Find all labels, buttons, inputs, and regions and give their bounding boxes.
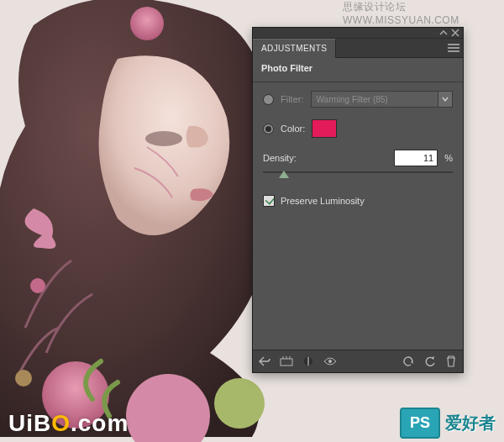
clip-to-layer-button[interactable] [302, 355, 315, 368]
panel-titlebar[interactable] [253, 28, 463, 39]
filter-row: Filter: Warming Filter (85) [263, 91, 453, 108]
density-row: Density: % [263, 150, 453, 166]
panel-tabbar: ADJUSTMENTS [253, 39, 463, 58]
svg-point-9 [328, 360, 332, 363]
previous-state-button[interactable] [401, 355, 414, 368]
ps-badge: PS [400, 408, 440, 439]
reset-button[interactable] [423, 355, 436, 368]
tab-adjustments[interactable]: ADJUSTMENTS [253, 39, 336, 58]
filter-select-value: Warming Filter (85) [312, 95, 438, 104]
prev-state-icon [402, 356, 413, 366]
expanded-view-icon [280, 356, 293, 366]
density-unit: % [444, 153, 453, 163]
slider-thumb[interactable] [279, 171, 289, 178]
density-input[interactable] [394, 150, 438, 166]
panel-spacer [253, 224, 463, 350]
preserve-luminosity-label: Preserve Luminosity [281, 196, 365, 206]
back-arrow-icon [259, 356, 270, 366]
canvas-background: 思缘设计论坛 WWW.MISSYUAN.COM UiBO.com PS 爱好者 … [0, 0, 504, 442]
filter-radio[interactable] [263, 94, 274, 105]
svg-point-0 [145, 131, 182, 146]
filter-label: Filter: [281, 94, 304, 104]
color-label: Color: [281, 124, 305, 134]
panel-body: Filter: Warming Filter (85) Color: Densi… [253, 82, 463, 224]
svg-point-1 [130, 7, 164, 40]
density-slider[interactable] [263, 170, 453, 183]
svg-point-4 [214, 378, 265, 429]
toggle-expanded-button[interactable] [280, 355, 293, 368]
trash-button[interactable] [444, 355, 458, 368]
watermark-top-text: 思缘设计论坛 WWW.MISSYUAN.COM [343, 0, 504, 26]
menu-icon [448, 44, 459, 52]
color-swatch[interactable] [312, 119, 337, 138]
preserve-luminosity-row: Preserve Luminosity [263, 195, 453, 207]
filter-select[interactable]: Warming Filter (85) [311, 91, 454, 108]
visibility-button[interactable] [323, 355, 337, 368]
svg-point-6 [15, 370, 32, 387]
slider-track [263, 171, 453, 173]
watermark-bottom-text: 爱好者 [445, 412, 496, 434]
reset-icon [423, 356, 435, 366]
color-row: Color: [263, 119, 453, 138]
color-radio[interactable] [263, 124, 274, 134]
panel-menu-button[interactable] [444, 39, 463, 57]
clip-icon [303, 356, 313, 366]
watermark-uibo: UiBO.com [8, 410, 129, 437]
filter-select-button[interactable] [438, 92, 452, 107]
adjustments-panel: ADJUSTMENTS Photo Filter Filter: Warming… [252, 27, 464, 373]
back-button[interactable] [258, 355, 271, 368]
trash-icon [446, 355, 456, 367]
eye-icon [323, 356, 337, 366]
collapse-icon[interactable] [439, 30, 448, 36]
panel-footer [253, 350, 463, 372]
density-label: Density: [263, 153, 297, 163]
chevron-down-icon [442, 97, 449, 102]
svg-rect-7 [281, 359, 292, 366]
close-icon[interactable] [451, 29, 459, 37]
svg-point-5 [30, 278, 45, 293]
panel-subtitle: Photo Filter [253, 58, 463, 82]
watermark-bottom: PS 爱好者 [400, 408, 496, 439]
preserve-luminosity-checkbox[interactable] [263, 195, 275, 207]
